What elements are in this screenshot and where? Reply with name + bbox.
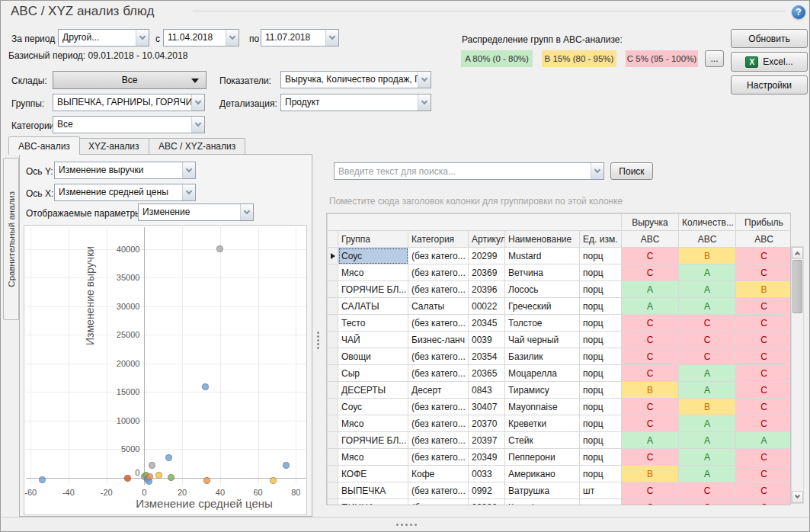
column-header[interactable]: ABC (622, 231, 679, 248)
scroll-down-button[interactable] (792, 491, 803, 503)
cell-unit[interactable]: порц (580, 248, 622, 264)
chevron-down-icon[interactable] (325, 30, 338, 46)
cell-sku[interactable]: 20349 (469, 449, 505, 466)
help-icon[interactable]: ? (792, 5, 805, 19)
scatter-point[interactable] (165, 454, 172, 461)
cell-sku[interactable]: 20370 (469, 415, 505, 432)
cell-abc-class[interactable]: C (622, 248, 679, 264)
cell-category[interactable]: Бизнес-ланч (408, 332, 469, 348)
cell-abc-class[interactable]: A (736, 432, 792, 449)
scatter-point[interactable] (149, 462, 155, 469)
excel-button[interactable]: X Excel... (731, 52, 808, 72)
scatter-point[interactable] (155, 472, 162, 479)
tab-active[interactable]: ABC-анализ (8, 136, 80, 155)
cell-sku[interactable]: 30407 (469, 399, 505, 415)
cell-category[interactable]: (без катего... (408, 348, 469, 365)
cell-sku[interactable]: 20345 (469, 315, 505, 332)
cell-abc-class[interactable]: B (679, 399, 736, 415)
cell-name[interactable]: Калифорния (505, 499, 580, 506)
table-row[interactable]: Мясо(без катего...20370КреветкипорцCAC (328, 415, 792, 432)
cell-category[interactable]: (без катего... (408, 399, 469, 415)
cell-abc-class[interactable]: C (736, 382, 792, 399)
cell-unit[interactable]: порц (580, 382, 622, 399)
cell-name[interactable]: Американо (505, 466, 580, 482)
cell-group[interactable]: Сыр (338, 365, 408, 382)
cell-sku[interactable]: 0039 (469, 332, 505, 348)
cell-abc-class[interactable]: A (622, 281, 679, 298)
column-header[interactable]: Артикул (469, 231, 505, 248)
column-header[interactable]: Категория (408, 231, 469, 248)
cell-abc-class[interactable]: C (679, 482, 736, 499)
cell-name[interactable]: Пепперони (505, 449, 580, 466)
chevron-down-icon[interactable] (191, 95, 204, 111)
cell-category[interactable]: (без катего... (408, 264, 469, 281)
cell-unit[interactable]: порц (580, 281, 622, 298)
column-header[interactable]: ABC (736, 231, 792, 248)
horizontal-splitter[interactable] (1, 517, 810, 532)
side-tab-comparative-analysis[interactable]: Сравнительный анализ (3, 158, 19, 320)
column-header[interactable]: Наименование (505, 231, 580, 248)
cell-name[interactable]: Креветки (505, 415, 580, 432)
scatter-point[interactable] (270, 477, 277, 484)
cell-name[interactable]: Моцарелла (505, 365, 580, 382)
cell-abc-class[interactable]: A (679, 298, 736, 315)
cell-name[interactable]: Чай черный (505, 332, 580, 348)
cell-abc-class[interactable]: C (622, 365, 679, 382)
cell-group[interactable]: ГОРЯЧИЕ БЛ... (338, 281, 408, 298)
refresh-button[interactable]: Обновить (731, 29, 808, 48)
cell-name[interactable]: Греческий (505, 298, 580, 315)
cell-abc-class[interactable]: A (679, 432, 736, 449)
cell-abc-class[interactable]: C (622, 264, 679, 281)
cell-name[interactable]: Ветчина (505, 264, 580, 281)
cell-sku[interactable]: 0033 (469, 466, 505, 482)
chevron-down-icon[interactable] (240, 204, 253, 220)
cell-abc-class[interactable]: C (622, 415, 679, 432)
cell-abc-class[interactable]: B (622, 466, 679, 482)
display-params-combo[interactable]: Изменение (138, 204, 254, 221)
cell-abc-class[interactable]: A (622, 432, 679, 449)
table-row[interactable]: САЛАТЫСалаты00022ГреческийпорцAAC (328, 298, 792, 315)
scatter-point[interactable] (39, 476, 46, 483)
chevron-down-icon[interactable] (591, 163, 603, 179)
table-row[interactable]: Соус(без катего...20299MustardпорцCBC (328, 248, 792, 264)
date-from-combo[interactable]: 11.04.2018 (163, 29, 239, 46)
cell-name[interactable]: Базилик (505, 348, 580, 365)
cell-group[interactable]: Овощи (338, 348, 408, 365)
cell-name[interactable]: Стейк (505, 432, 580, 449)
search-button[interactable]: Поиск (610, 162, 653, 180)
cell-abc-class[interactable]: A (679, 466, 736, 482)
cell-category[interactable]: Десерт (408, 382, 469, 399)
chevron-down-icon[interactable] (182, 184, 195, 200)
cell-abc-class[interactable]: C (736, 415, 792, 432)
cell-abc-class[interactable]: C (622, 332, 679, 348)
table-row[interactable]: Тесто(без катего...20345ТолстоепорцCCC (328, 315, 792, 332)
cell-unit[interactable]: порц (580, 466, 622, 482)
cell-sku[interactable]: 20396 (469, 281, 505, 298)
scatter-point[interactable] (202, 383, 209, 390)
cell-group[interactable]: Тесто (338, 315, 408, 332)
cell-sku[interactable]: 00022 (469, 298, 505, 315)
chevron-down-icon[interactable] (418, 95, 431, 111)
column-header[interactable]: Группа (338, 231, 408, 248)
column-group-header[interactable]: Количеств... (679, 214, 736, 231)
search-input[interactable] (335, 163, 591, 179)
cell-unit[interactable]: порц (580, 449, 622, 466)
cell-abc-class[interactable]: A (679, 264, 736, 281)
cell-abc-class[interactable]: C (736, 449, 792, 466)
distribution-more-button[interactable]: ... (705, 50, 724, 67)
cell-sku[interactable]: 20390 (469, 499, 505, 506)
cell-abc-class[interactable]: C (736, 399, 792, 415)
cell-abc-class[interactable]: C (679, 348, 736, 365)
cell-category[interactable]: (без катего... (408, 482, 469, 499)
cell-group[interactable]: ДЕСЕРТЫ (338, 382, 408, 399)
cell-sku[interactable]: 0843 (469, 382, 505, 399)
cell-abc-class[interactable]: C (736, 365, 792, 382)
table-row[interactable]: ГОРЯЧИЕ БЛ...(без катего...20396Лососьпо… (328, 281, 792, 298)
table-row[interactable]: ДЕСЕРТЫДесерт0843ТирамисупорцBAC (328, 382, 792, 399)
cell-abc-class[interactable]: B (679, 248, 736, 264)
scatter-point[interactable] (216, 245, 223, 252)
cell-group[interactable]: КОФЕ (338, 466, 408, 482)
table-row[interactable]: Мясо(без катего...20369ВетчинапорцCAC (328, 264, 792, 281)
table-row[interactable]: Овощи(без катего...20354БазиликпорцCCC (328, 348, 792, 365)
cell-sku[interactable]: 20299 (469, 248, 505, 264)
